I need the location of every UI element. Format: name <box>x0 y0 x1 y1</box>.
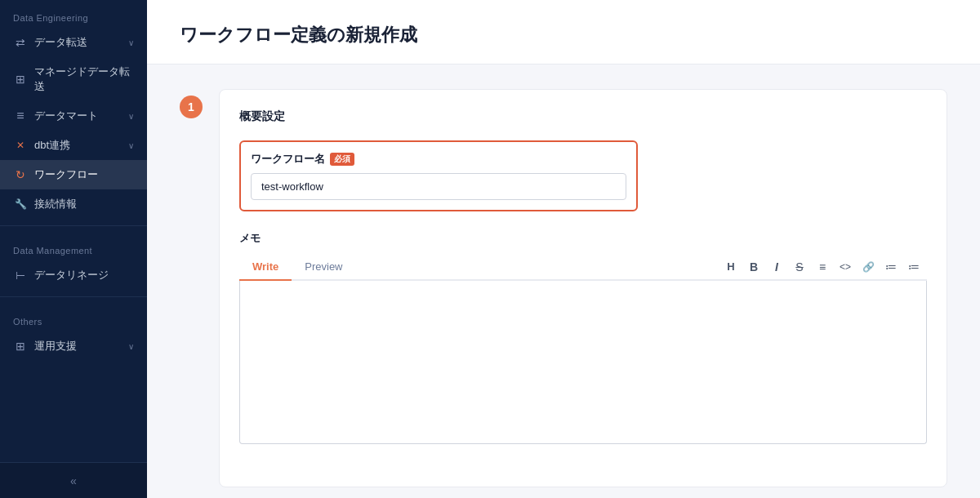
workflow-name-box: ワークフロー名 必須 <box>239 140 638 211</box>
memo-toolbar: H B I S ≡ <> 🔗 ≔ ≔ <box>718 257 927 277</box>
page-header: ワークフロー定義の新規作成 <box>147 0 980 64</box>
workflow-name-input[interactable] <box>251 173 626 200</box>
code-button[interactable]: <> <box>835 257 855 277</box>
chevron-down-icon: ∨ <box>128 141 134 150</box>
strikethrough-button[interactable]: S <box>790 257 809 277</box>
sidebar-item-label: dbt連携 <box>34 138 122 153</box>
sidebar-item-dbt[interactable]: ✕ dbt連携 ∨ <box>0 131 147 160</box>
workflow-name-label: ワークフロー名 <box>251 152 325 167</box>
sidebar-item-label: データリネージ <box>34 268 134 282</box>
sidebar-item-data-mart[interactable]: ≡ データマート ∨ <box>0 101 147 131</box>
sidebar-collapse-button[interactable]: « <box>0 462 147 498</box>
bold-button[interactable]: B <box>744 257 764 277</box>
collapse-icon: « <box>70 474 77 487</box>
sidebar: Data Engineering ⇄ データ転送 ∨ ⊞ マネージドデータ転送 … <box>0 0 147 498</box>
memo-label: メモ <box>239 231 927 246</box>
sidebar-item-label: データマート <box>34 109 122 123</box>
workflow-name-group: ワークフロー名 必須 <box>239 140 927 211</box>
memo-tab-group: Write Preview <box>239 254 356 279</box>
memo-textarea[interactable] <box>239 281 927 444</box>
sidebar-section-data-engineering: Data Engineering <box>0 0 147 28</box>
managed-transfer-icon: ⊞ <box>13 72 28 87</box>
chevron-down-icon: ∨ <box>128 112 134 121</box>
step-number: 1 <box>180 96 203 118</box>
section-title: 概要設定 <box>239 109 927 124</box>
sidebar-item-data-transfer[interactable]: ⇄ データ転送 ∨ <box>0 28 147 57</box>
sidebar-section-data-management: Data Management <box>0 233 147 260</box>
required-badge: 必須 <box>330 153 354 166</box>
main-body: 1 概要設定 ワークフロー名 必須 メモ Write <box>147 64 980 498</box>
chevron-down-icon: ∨ <box>128 342 134 351</box>
workflow-icon: ↻ <box>13 167 28 182</box>
sidebar-item-label: 接続情報 <box>34 197 134 211</box>
main-content: ワークフロー定義の新規作成 1 概要設定 ワークフロー名 必須 メモ <box>147 0 980 498</box>
operations-icon: ⊞ <box>13 339 28 353</box>
page-title: ワークフロー定義の新規作成 <box>180 23 947 47</box>
heading-button[interactable]: H <box>721 257 741 277</box>
tab-preview[interactable]: Preview <box>292 254 355 281</box>
sidebar-item-managed-data-transfer[interactable]: ⊞ マネージドデータ転送 <box>0 57 147 101</box>
number-list-button[interactable]: ≔ <box>904 257 924 277</box>
italic-button[interactable]: I <box>767 257 786 277</box>
sidebar-item-label: 運用支援 <box>34 339 122 353</box>
sidebar-item-operations[interactable]: ⊞ 運用支援 ∨ <box>0 331 147 361</box>
bullet-list-button[interactable]: ≔ <box>881 257 901 277</box>
sidebar-item-label: ワークフロー <box>34 167 134 182</box>
link-button[interactable]: 🔗 <box>858 257 878 277</box>
data-transfer-icon: ⇄ <box>13 35 28 50</box>
memo-tabs: Write Preview H B I S ≡ <> 🔗 ≔ ≔ <box>239 254 927 281</box>
memo-group: メモ Write Preview H B I S ≡ <> 🔗 ≔ <box>239 231 927 447</box>
sidebar-item-label: データ転送 <box>34 35 122 50</box>
dbt-icon: ✕ <box>13 138 28 153</box>
data-mart-icon: ≡ <box>13 109 28 123</box>
blockquote-button[interactable]: ≡ <box>813 257 832 277</box>
tab-write[interactable]: Write <box>239 254 292 281</box>
lineage-icon: ⊢ <box>13 268 28 282</box>
sidebar-section-others: Others <box>0 304 147 331</box>
sidebar-item-data-lineage[interactable]: ⊢ データリネージ <box>0 260 147 290</box>
sidebar-item-workflow[interactable]: ↻ ワークフロー <box>0 160 147 189</box>
field-label-row: ワークフロー名 必須 <box>251 152 626 167</box>
sidebar-item-connection[interactable]: 🔧 接続情報 <box>0 189 147 219</box>
sidebar-item-label: マネージドデータ転送 <box>34 64 134 94</box>
connection-icon: 🔧 <box>13 197 28 211</box>
section-card: 概要設定 ワークフロー名 必須 メモ Write Preview <box>219 89 947 487</box>
chevron-down-icon: ∨ <box>128 38 134 47</box>
